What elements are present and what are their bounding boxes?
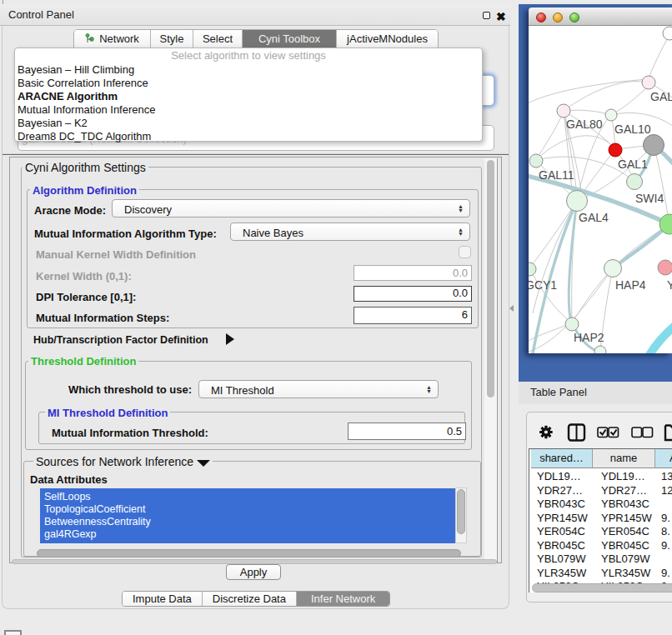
svg-text:GAL10: GAL10 [614,122,651,136]
svg-text:GAL11: GAL11 [539,168,574,182]
svg-text:GAL80: GAL80 [566,118,603,131]
svg-text:GAL4: GAL4 [579,211,609,224]
svg-text:HAP2: HAP2 [574,331,604,344]
svg-text:Y: Y [667,278,672,292]
svg-text:GAL1: GAL1 [618,158,648,171]
svg-text:GAL7: GAL7 [650,90,672,103]
svg-text:HAP4: HAP4 [615,278,646,292]
svg-text:SWI4: SWI4 [635,192,664,205]
svg-text:GCY1: GCY1 [529,278,557,292]
